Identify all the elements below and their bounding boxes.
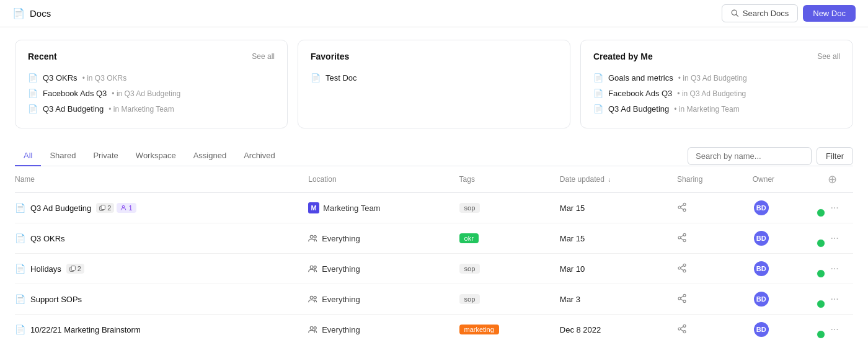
- share-icon[interactable]: [677, 234, 687, 244]
- doc-icon: 📄: [15, 325, 25, 334]
- tab-all[interactable]: All: [15, 146, 41, 166]
- avatar: BD: [753, 260, 770, 277]
- tabs-left: All Shared Private Workspace Assigned Ar…: [15, 146, 284, 166]
- share-icon[interactable]: [677, 295, 687, 305]
- svg-line-39: [681, 326, 684, 328]
- main-content: Recent See all 📄 Q3 OKRs • in Q3 OKRs 📄 …: [0, 27, 868, 345]
- cell-actions: ···: [828, 193, 853, 223]
- col-header-date-updated[interactable]: Date updated ↓: [560, 166, 677, 193]
- svg-point-11: [314, 236, 316, 238]
- svg-point-33: [310, 326, 313, 329]
- tag-badge[interactable]: sop: [459, 294, 480, 304]
- filter-label: Filter: [826, 151, 844, 161]
- cell-date: Mar 3: [560, 284, 677, 315]
- favorites-card: Favorites 📄 Test Doc: [298, 40, 570, 128]
- cell-date: Mar 15: [560, 223, 677, 254]
- badge-count: 2: [66, 264, 84, 274]
- share-icon[interactable]: [677, 325, 687, 336]
- cell-location: Everything: [308, 315, 459, 345]
- tab-workspace[interactable]: Workspace: [127, 146, 185, 166]
- col-header-tags: Tags: [459, 166, 560, 193]
- tab-shared[interactable]: Shared: [41, 146, 84, 166]
- avatar-secondary: [817, 208, 825, 217]
- tab-assigned[interactable]: Assigned: [185, 146, 235, 166]
- new-doc-label: New Doc: [813, 9, 846, 18]
- svg-line-32: [681, 296, 684, 298]
- recent-see-all-link[interactable]: See all: [252, 52, 275, 61]
- share-icon[interactable]: [677, 264, 687, 275]
- doc-icon: 📄: [15, 203, 25, 213]
- cell-actions: ···: [828, 223, 853, 254]
- tabs-right: Filter: [688, 147, 853, 165]
- svg-line-9: [681, 205, 684, 207]
- cell-sharing: [677, 223, 753, 254]
- row-more-button[interactable]: ···: [828, 231, 841, 245]
- svg-line-1: [736, 15, 738, 17]
- new-doc-button[interactable]: New Doc: [803, 5, 856, 22]
- created-by-me-card-header: Created by Me See all: [593, 52, 840, 61]
- doc-icon: 📄: [15, 233, 25, 243]
- tabs-section: All Shared Private Workspace Assigned Ar…: [15, 146, 853, 344]
- cell-tags: sop: [459, 254, 560, 284]
- search-docs-button[interactable]: Search Docs: [722, 4, 798, 22]
- search-name-input[interactable]: [688, 147, 812, 165]
- row-more-button[interactable]: ···: [828, 323, 841, 336]
- svg-rect-18: [71, 266, 75, 271]
- cell-date: Mar 10: [560, 254, 677, 284]
- col-header-owner: Owner: [753, 166, 828, 193]
- doc-icon: 📄: [593, 89, 603, 98]
- svg-point-27: [314, 297, 316, 299]
- svg-line-15: [681, 238, 684, 240]
- list-item[interactable]: 📄 Q3 OKRs • in Q3 OKRs: [28, 70, 275, 86]
- badge-user: 1: [117, 203, 136, 213]
- svg-point-26: [310, 296, 313, 299]
- avatar: BD: [753, 290, 770, 308]
- people-icon: [308, 264, 318, 273]
- tag-badge[interactable]: okr: [459, 233, 479, 243]
- row-more-button[interactable]: ···: [828, 201, 841, 215]
- favorites-card-header: Favorites: [311, 52, 557, 61]
- avatar: BD: [753, 230, 770, 247]
- cell-name: 📄 Support SOPs: [15, 284, 308, 315]
- doc-icon: 📄: [593, 104, 603, 114]
- svg-rect-3: [101, 205, 105, 210]
- table-row: 📄 Q3 OKRs Everything okr Ma: [15, 223, 853, 254]
- svg-point-10: [310, 235, 313, 238]
- cell-location: M Marketing Team: [308, 193, 459, 223]
- tab-archived[interactable]: Archived: [235, 146, 284, 166]
- svg-line-16: [681, 235, 684, 237]
- row-more-button[interactable]: ···: [828, 262, 841, 276]
- cell-location: Everything: [308, 284, 459, 315]
- row-more-button[interactable]: ···: [828, 292, 841, 306]
- list-item[interactable]: 📄 Facebook Ads Q3 • in Q3 Ad Budgeting: [593, 86, 840, 101]
- tag-badge[interactable]: marketing: [459, 325, 499, 334]
- avatar-secondary: [817, 269, 825, 278]
- tag-badge[interactable]: sop: [459, 203, 480, 213]
- avatar: BD: [753, 199, 770, 217]
- add-column-button[interactable]: ⊕: [828, 172, 837, 186]
- avatar-secondary: [817, 300, 825, 308]
- tag-badge[interactable]: sop: [459, 264, 480, 274]
- header-left: 📄 Docs: [12, 7, 51, 19]
- people-icon: [308, 325, 318, 334]
- list-item[interactable]: 📄 Goals and metrics • in Q3 Ad Budgeting: [593, 70, 840, 86]
- list-item[interactable]: 📄 Q3 Ad Budgeting • in Marketing Team: [28, 101, 275, 117]
- copy-icon: [69, 266, 76, 272]
- recent-card: Recent See all 📄 Q3 OKRs • in Q3 OKRs 📄 …: [15, 40, 288, 128]
- recent-card-header: Recent See all: [28, 52, 275, 61]
- cell-sharing: [677, 284, 753, 315]
- share-icon[interactable]: [677, 204, 687, 214]
- filter-button[interactable]: Filter: [817, 147, 853, 165]
- search-docs-label: Search Docs: [743, 9, 789, 18]
- created-by-me-card-title: Created by Me: [593, 52, 653, 61]
- tab-private[interactable]: Private: [84, 146, 126, 166]
- cell-tags: marketing: [459, 315, 560, 345]
- list-item[interactable]: 📄 Test Doc: [311, 70, 557, 86]
- recent-card-title: Recent: [28, 52, 57, 61]
- doc-icon: 📄: [311, 73, 321, 83]
- list-item[interactable]: 📄 Facebook Ads Q3 • in Q3 Ad Budgeting: [28, 86, 275, 101]
- list-item[interactable]: 📄 Q3 Ad Budgeting • in Marketing Team: [593, 101, 840, 117]
- sort-arrow-icon: ↓: [608, 176, 611, 183]
- created-by-me-see-all-link[interactable]: See all: [817, 52, 840, 61]
- svg-point-19: [310, 266, 313, 269]
